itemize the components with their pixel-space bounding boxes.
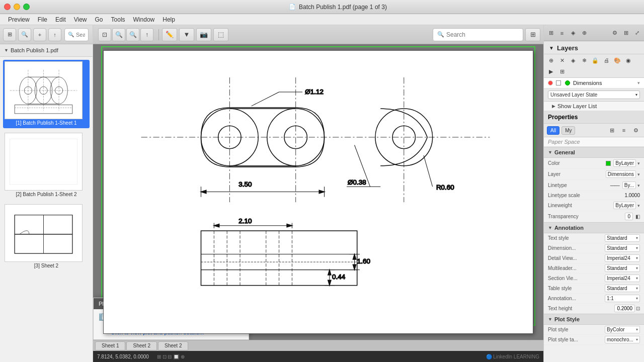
sheet-tab-2[interactable]: Sheet 2 <box>126 341 156 350</box>
layer-new[interactable]: ⊕ <box>546 55 556 65</box>
status-bar: 7.8124, 5.0382, 0.0000 ⊞ ⊡ ⊟ 🔲 ⊕ 🔵 Linke… <box>93 351 543 362</box>
sidebar-zoom-out[interactable]: 🔍 <box>18 28 31 41</box>
prop-dropdown-lineweight[interactable]: ByLayer <box>613 202 636 209</box>
rp-icon-render[interactable]: ◈ <box>568 28 578 38</box>
menu-go[interactable]: Go <box>91 16 107 23</box>
prop-dropdown-linetype[interactable]: By... <box>622 182 636 189</box>
maximize-button[interactable] <box>23 4 30 10</box>
plot-style-dropdown-2[interactable]: monochro... ▾ <box>605 336 640 343</box>
ann-dropdown-dim-style[interactable]: Standard ▾ <box>605 244 640 252</box>
sidebar-share[interactable]: ↑ <box>48 28 61 41</box>
layer-status[interactable]: ◈ <box>568 55 578 65</box>
main-content: ⊡ 🔍 🔍 ↑ ✏️ ▼ 📷 ⬚ 🔍 ⊞ <box>93 25 543 362</box>
transparency-input[interactable]: 0 <box>625 213 633 220</box>
grid-view-button[interactable]: ⊞ <box>525 28 540 41</box>
menu-window[interactable]: Window <box>129 16 159 23</box>
layer-freeze[interactable]: ❄ <box>579 55 589 65</box>
rp-icon-insert[interactable]: ⊕ <box>579 28 589 38</box>
ann-val-text-height[interactable]: 0.2000 <box>614 305 635 312</box>
menu-tools[interactable]: Tools <box>107 16 129 23</box>
main-search-input[interactable] <box>446 31 519 38</box>
menu-preview[interactable]: Preview <box>4 16 34 23</box>
layer-state-dropdown[interactable]: Unsaved Layer State ▾ <box>548 90 640 99</box>
traffic-lights <box>4 4 30 10</box>
layer-dropdown-arrow[interactable]: ▾ <box>637 80 640 85</box>
layer-walk[interactable]: ▶ <box>546 66 556 76</box>
layer-print[interactable]: 🖨 <box>601 55 611 65</box>
left-sidebar: ⊞ 🔍 + ↑ 🔍 ▼ Batch Publish 1.pdf <box>0 25 93 362</box>
props-tab-all[interactable]: All <box>547 126 559 135</box>
props-icon-1[interactable]: ⊞ <box>607 125 617 135</box>
prop-value-transparency: 0 ◧ <box>625 213 640 220</box>
camera-button[interactable]: 📷 <box>196 28 211 41</box>
rp-icon-expand[interactable]: ⤢ <box>632 28 642 38</box>
sidebar-search-box[interactable]: 🔍 <box>64 28 89 41</box>
ann-dropdown-text-style[interactable]: Standard ▾ <box>605 234 640 242</box>
ann-val-text-style: Standard <box>607 235 627 241</box>
text-height-stepper[interactable]: ⊡ <box>636 306 640 311</box>
main-search-box[interactable]: 🔍 <box>433 28 523 41</box>
layer-visibility-icon <box>556 80 561 85</box>
sidebar-zoom-in[interactable]: + <box>33 28 46 41</box>
ann-label-dim-style: Dimension... <box>548 245 605 251</box>
drawing-area[interactable]: Ø1.12 3.50 Ø0.38 <box>93 44 543 340</box>
thumbnail-image-1 <box>5 61 83 119</box>
menu-bar: Preview File Edit View Go Tools Window H… <box>0 14 644 25</box>
zoom-fit-button[interactable]: ⊡ <box>98 28 111 41</box>
rp-icon-grid[interactable]: ⊞ <box>621 28 631 38</box>
thumbnail-item-2[interactable]: [2] Batch Publish 1-Sheet 2 <box>3 131 90 200</box>
plot-style-section-header[interactable]: ▼ Plot Style <box>544 314 644 325</box>
ann-dropdown-section-view[interactable]: Imperial24 ▾ <box>605 275 640 282</box>
pen-tool-button[interactable]: ✏️ <box>162 28 177 41</box>
layer-color[interactable]: 🎨 <box>612 55 622 65</box>
window-title: Batch Publish 1.pdf (page 1 of 3) <box>299 4 387 11</box>
action-button[interactable]: ⬚ <box>213 28 228 41</box>
svg-text:Ø0.38: Ø0.38 <box>348 179 366 187</box>
prop-dropdown-layer[interactable]: Dimensions <box>606 170 636 178</box>
plot-style-dropdown-1[interactable]: ByColor ▾ <box>605 326 640 333</box>
ann-dropdown-table-style[interactable]: Standard ▾ <box>605 285 640 292</box>
layer-delete[interactable]: ✕ <box>557 55 567 65</box>
plot-style-row-1: Plot style ByColor ▾ <box>544 325 644 335</box>
ann-label-text-style: Text style <box>548 235 605 241</box>
sheet-tab-1[interactable]: Sheet 1 <box>95 341 125 350</box>
layer-lock[interactable]: 🔒 <box>590 55 600 65</box>
sheet-tab-3[interactable]: Sheet 2 <box>158 341 188 350</box>
main-toolbar: ⊡ 🔍 🔍 ↑ ✏️ ▼ 📷 ⬚ 🔍 ⊞ <box>93 25 543 44</box>
props-tab-my[interactable]: My <box>561 126 575 135</box>
ann-dropdown-detail-view[interactable]: Imperial24 ▾ <box>605 254 640 262</box>
menu-view[interactable]: View <box>70 16 91 23</box>
ann-val-dim-style: Standard <box>607 245 627 251</box>
share-button[interactable]: ↑ <box>140 28 153 41</box>
zoom-out-button[interactable]: 🔍 <box>112 28 125 41</box>
general-section-header[interactable]: ▼ General <box>544 147 644 158</box>
close-button[interactable] <box>4 4 11 10</box>
menu-file[interactable]: File <box>34 16 51 23</box>
layer-row-dimensions[interactable]: Dimensions ▾ <box>544 78 644 88</box>
plot-style-arrow-2: ▾ <box>636 337 638 342</box>
rp-icon-home[interactable]: ⊞ <box>546 28 556 38</box>
menu-edit[interactable]: Edit <box>51 16 70 23</box>
prop-dropdown-color[interactable]: ByLayer <box>613 159 636 167</box>
sidebar-view-toggle[interactable]: ⊞ <box>3 28 16 41</box>
select-tool-button[interactable]: ▼ <box>179 28 194 41</box>
zoom-in-button[interactable]: 🔍 <box>126 28 139 41</box>
layer-iso[interactable]: ◉ <box>623 55 633 65</box>
thumbnail-item-1[interactable]: [1] Batch Publish 1-Sheet 1 <box>3 60 90 128</box>
rp-icon-layers[interactable]: ≡ <box>557 28 567 38</box>
ann-dropdown-multileader[interactable]: Standard ▾ <box>605 264 640 272</box>
sidebar-search-input[interactable] <box>76 32 85 38</box>
minimize-button[interactable] <box>14 4 20 10</box>
pdf-file-header[interactable]: ▼ Batch Publish 1.pdf <box>0 44 93 57</box>
layers-expand-icon[interactable]: ▼ <box>548 45 555 52</box>
thumbnail-item-3[interactable]: [3] Sheet 2 <box>3 203 90 271</box>
ann-dropdown-annotation[interactable]: 1:1 ▾ <box>605 295 640 302</box>
ann-arrow-section-view: ▾ <box>636 276 638 281</box>
props-icon-3[interactable]: ⚙ <box>631 125 641 135</box>
show-layer-list-row[interactable]: ▶ Show Layer List <box>544 102 644 111</box>
annotation-section-header[interactable]: ▼ Annotation <box>544 222 644 233</box>
rp-icon-settings[interactable]: ⚙ <box>610 28 620 38</box>
props-icon-2[interactable]: ≡ <box>619 125 629 135</box>
menu-help[interactable]: Help <box>158 16 179 23</box>
layer-match[interactable]: ⊞ <box>557 66 567 76</box>
